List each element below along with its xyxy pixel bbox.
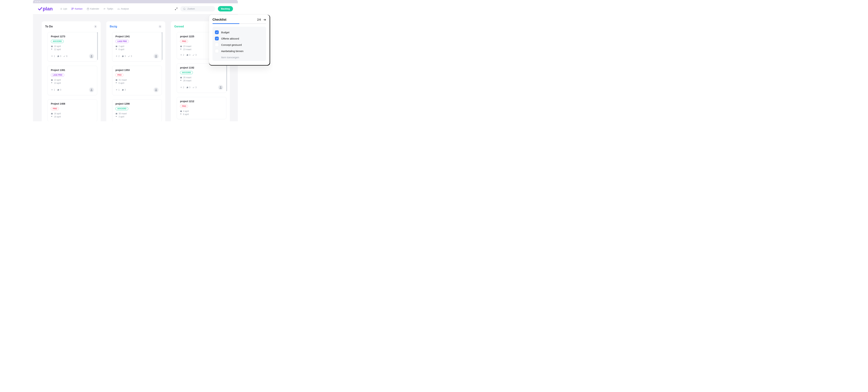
kanban-card[interactable]: project 1353 PRIO 31 maart 6 april 13 <box>112 66 162 95</box>
checklist-item-label: Offerte akkoord <box>221 37 239 40</box>
checklist-item-label: Budget <box>221 31 229 34</box>
card-tag: AKKOORD <box>116 107 128 110</box>
column-bezig: Bezig 5 Project 1341 LAGE PRIO 2 april 6… <box>106 21 165 121</box>
avatar[interactable] <box>89 88 94 92</box>
checkbox-icon[interactable] <box>215 49 219 53</box>
stat-attachments: 1 <box>51 89 55 91</box>
kanban-card[interactable]: Project 1273 AKKOORD 10 april 12 april 1… <box>48 32 97 62</box>
svg-rect-6 <box>71 8 72 10</box>
nav-tijdlijn[interactable]: Tijdlijn <box>103 7 113 10</box>
fullscreen-button[interactable] <box>175 7 178 10</box>
kanban-card[interactable]: project 1298 AKKOORD 30 maart 3 april <box>112 99 162 121</box>
kanban-card[interactable]: Project 1408 PRIO 16 april 18 april <box>48 99 97 121</box>
kanban-card[interactable]: Project 1391 LAGE PRIO 13 april 13 april… <box>48 66 97 95</box>
card-date-end: 6 april <box>180 113 223 116</box>
kanban-card[interactable]: project 1192 AKKOORD 26 maart 28 maart 2… <box>177 63 226 93</box>
card-date-start: 31 maart <box>116 79 158 81</box>
checklist-item-label: Aanbetaling binnen <box>221 50 243 53</box>
search-icon <box>183 8 186 10</box>
checkbox-icon[interactable] <box>215 37 219 40</box>
card-date-start: 26 maart <box>180 76 223 79</box>
stat-comments: 3 <box>57 55 61 57</box>
svg-rect-26 <box>116 46 117 47</box>
card-date-start: 4 april <box>180 110 223 112</box>
card-date-end: 12 april <box>51 48 94 51</box>
svg-point-19 <box>184 8 185 9</box>
card-tag: LAGE PRIO <box>116 40 129 43</box>
kanban-board: To Do 9 Project 1273 AKKOORD 10 april 12… <box>33 14 238 121</box>
view-nav: Lijst Kanban Kalender Tijdlijn Analyse <box>60 7 129 10</box>
card-date-end: 28 maart <box>180 79 223 82</box>
avatar[interactable] <box>154 88 158 92</box>
card-title: Project 1391 <box>51 69 94 71</box>
card-date-start: 10 april <box>51 45 94 47</box>
avatar[interactable] <box>218 85 223 90</box>
stat-attachments: 2 <box>180 86 184 89</box>
checklist-progress-bar <box>213 23 266 24</box>
column-count: 5 <box>158 25 162 28</box>
svg-rect-30 <box>116 113 117 115</box>
card-title: project 1192 <box>180 66 223 69</box>
calendar-icon <box>87 8 89 10</box>
kanban-card[interactable]: Project 1341 LAGE PRIO 2 april 6 april 2… <box>112 32 162 62</box>
checkbox-icon[interactable] <box>215 30 219 34</box>
topbar: plan Lijst Kanban Kalender Tijdlijn Anal… <box>33 3 238 14</box>
card-date-end: 6 april <box>116 82 158 84</box>
svg-point-27 <box>156 55 157 56</box>
checklist-item[interactable]: Concept gestuurd <box>215 42 264 48</box>
column-todo: To Do 9 Project 1273 AKKOORD 10 april 12… <box>42 21 101 121</box>
nav-kanban[interactable]: Kanban <box>71 7 83 10</box>
avatar[interactable] <box>154 54 158 59</box>
stat-comments: 3 <box>186 86 190 89</box>
search-placeholder: Zoeken <box>187 7 195 10</box>
checkbox-icon[interactable] <box>215 43 219 47</box>
nav-analyse[interactable]: Analyse <box>117 7 129 10</box>
card-title: Project 1341 <box>116 35 158 38</box>
stat-attachments: 1 <box>51 55 55 57</box>
card-title: project 1353 <box>116 69 158 71</box>
checklist-add-item[interactable]: Item toevoegen <box>215 54 264 60</box>
svg-rect-32 <box>180 77 182 78</box>
browser-title-bar <box>33 0 238 3</box>
search-input[interactable]: Zoeken <box>180 6 215 11</box>
nav-lijst[interactable]: Lijst <box>60 7 67 10</box>
stat-comments: 3 <box>186 54 190 56</box>
stat-comments: 3 <box>122 89 126 91</box>
brand-text: plan <box>43 6 53 12</box>
column-title: To Do <box>45 25 53 28</box>
checklist-title: Checklist <box>213 18 226 22</box>
checklist-item[interactable]: Offerte akkoord <box>215 35 264 42</box>
svg-rect-28 <box>116 79 117 81</box>
checklist-items: Budget Offerte akkoord Concept gestuurd … <box>213 27 266 61</box>
checklist-progress-text: 2/4 <box>257 18 261 21</box>
svg-rect-34 <box>180 111 182 112</box>
column-title: Bezig <box>110 25 117 28</box>
svg-rect-21 <box>51 46 53 47</box>
card-title: Project 1273 <box>51 35 94 38</box>
backlog-button[interactable]: Backlog <box>218 6 233 11</box>
app-window: plan Lijst Kanban Kalender Tijdlijn Anal… <box>33 3 238 121</box>
card-date-end: 6 april <box>116 48 158 51</box>
card-date-end: 13 april <box>51 82 94 84</box>
svg-line-20 <box>185 9 185 10</box>
card-tag: PRIO <box>116 73 123 77</box>
brand-logo[interactable]: plan <box>38 6 53 12</box>
arrow-right-icon[interactable] <box>263 18 266 21</box>
checklist-item[interactable]: Aanbetaling binnen <box>215 48 264 54</box>
kanban-card[interactable]: project 1212 PRIO 4 april 6 april <box>177 97 226 119</box>
card-date-start: 30 maart <box>116 112 158 115</box>
timeline-icon <box>103 8 106 10</box>
stat-tasks: 6 <box>63 55 67 57</box>
card-tag: PRIO <box>180 105 188 108</box>
checklist-item-label: Concept gestuurd <box>221 43 242 46</box>
svg-rect-25 <box>51 113 53 115</box>
stat-attachments: 2 <box>116 55 120 57</box>
nav-kalender[interactable]: Kalender <box>87 7 99 10</box>
stat-attachments: 2 <box>180 54 184 56</box>
svg-rect-8 <box>87 8 89 10</box>
svg-rect-31 <box>180 46 182 47</box>
avatar[interactable] <box>89 54 94 59</box>
checklist-item[interactable]: Budget <box>215 29 264 35</box>
card-tag: PRIO <box>51 107 59 110</box>
card-date-end: 3 april <box>116 116 158 118</box>
